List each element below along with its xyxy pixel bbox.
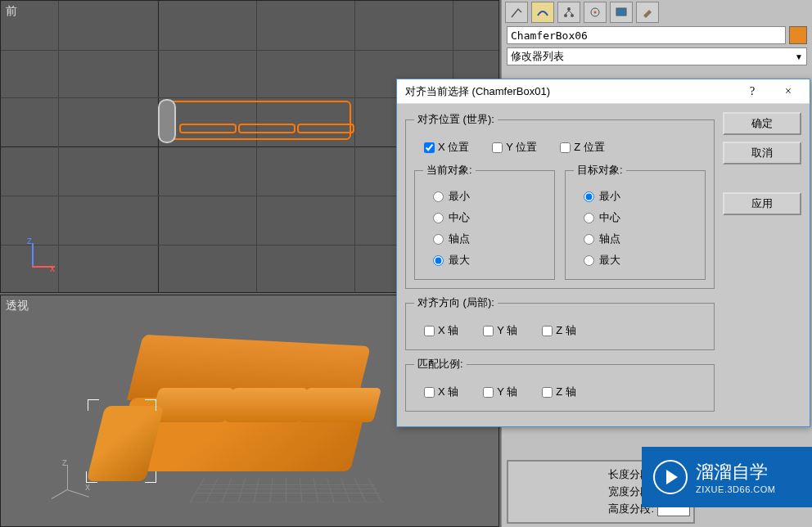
help-button[interactable]: ? (739, 85, 765, 98)
play-icon (653, 460, 688, 494)
couch-cushion (298, 388, 381, 422)
target-center-radio[interactable]: 中心 (584, 210, 693, 225)
selection-bracket (88, 399, 99, 411)
axis-line (52, 489, 68, 499)
object-name-row (507, 26, 807, 44)
match-scale-group: 匹配比例: X 轴 Y 轴 Z 轴 (405, 357, 715, 412)
modifier-list-label: 修改器列表 (511, 49, 564, 64)
create-tab-icon[interactable] (505, 2, 528, 23)
couch-front-outline[interactable] (167, 101, 351, 140)
orient-y-checkbox[interactable]: Y 轴 (483, 323, 517, 338)
ok-button[interactable]: 确定 (723, 112, 801, 135)
align-orientation-group: 对齐方向 (局部): X 轴 Y 轴 Z 轴 (405, 295, 715, 350)
modifier-list-dropdown[interactable]: 修改器列表 ▼ (507, 47, 807, 65)
current-object-legend: 当前对象: (423, 163, 476, 178)
x-pos-check[interactable] (424, 142, 435, 153)
target-object-legend: 目标对象: (574, 163, 626, 178)
axis-gizmo: z x (17, 235, 58, 276)
current-center-radio[interactable]: 中心 (433, 210, 543, 225)
current-pivot-radio[interactable]: 轴点 (433, 232, 543, 246)
armrest-selected[interactable] (158, 99, 176, 143)
grid-line (256, 1, 257, 292)
axis-z-line (32, 243, 34, 266)
target-min-radio[interactable]: 最小 (584, 189, 693, 204)
couch-cushion (224, 388, 308, 422)
scale-z-checkbox[interactable]: Z 轴 (542, 385, 576, 399)
couch-3d[interactable] (122, 340, 376, 488)
target-max-radio[interactable]: 最大 (584, 253, 693, 268)
cushion-outline[interactable] (297, 124, 354, 133)
cushion-outline[interactable] (179, 124, 237, 133)
cancel-button[interactable]: 取消 (723, 142, 801, 164)
y-pos-check[interactable] (492, 142, 503, 153)
viewport-persp-label: 透视 (6, 299, 29, 313)
object-color-swatch[interactable] (789, 26, 807, 44)
align-dialog: 对齐当前选择 (ChamferBox01) ? × 对齐位置 (世界): X 位… (396, 79, 810, 427)
close-button[interactable]: × (775, 85, 801, 98)
align-position-group: 对齐位置 (世界): X 位置 Y 位置 Z 位置 当前对象: 最小 中心 轴点… (405, 112, 715, 289)
axis-x-label: x (50, 263, 55, 274)
svg-point-4 (594, 11, 597, 14)
axis-x-line (32, 266, 55, 268)
align-position-legend: 对齐位置 (世界): (414, 112, 498, 127)
x-position-checkbox[interactable]: X 位置 (424, 140, 469, 155)
selection-bracket (145, 399, 156, 411)
dialog-title: 对齐当前选择 (ChamferBox01) (405, 84, 739, 99)
grid-line (58, 1, 59, 292)
modify-tab-icon[interactable] (531, 2, 554, 23)
axis-x-label: x (85, 481, 90, 493)
z-position-checkbox[interactable]: Z 位置 (560, 140, 605, 155)
viewport-front-label: 前 (6, 4, 17, 19)
couch-cushion (151, 388, 234, 422)
current-object-group: 当前对象: 最小 中心 轴点 最大 (414, 163, 555, 280)
cushion-outline[interactable] (238, 124, 295, 133)
match-scale-legend: 匹配比例: (414, 357, 467, 372)
hierarchy-tab-icon[interactable] (557, 2, 580, 23)
object-name-input[interactable] (507, 26, 786, 44)
grid-line (354, 1, 355, 292)
axis-gizmo-persp: z x (46, 457, 95, 506)
watermark-title: 溜溜自学 (696, 460, 775, 484)
watermark-badge: 溜溜自学 ZIXUE.3D66.COM (642, 447, 812, 507)
axis-line (67, 465, 68, 489)
y-position-checkbox[interactable]: Y 位置 (492, 140, 537, 155)
motion-tab-icon[interactable] (584, 2, 607, 23)
svg-point-1 (564, 14, 567, 17)
dialog-titlebar[interactable]: 对齐当前选择 (ChamferBox01) ? × (397, 79, 810, 104)
panel-tab-bar (502, 0, 812, 25)
display-tab-icon[interactable] (610, 2, 633, 23)
z-pos-check[interactable] (560, 142, 571, 153)
scale-x-checkbox[interactable]: X 轴 (424, 385, 458, 399)
grid-axis-vertical (158, 1, 159, 292)
scale-y-checkbox[interactable]: Y 轴 (483, 385, 517, 399)
svg-point-2 (571, 14, 574, 17)
chevron-down-icon: ▼ (795, 52, 803, 61)
svg-rect-5 (616, 8, 626, 16)
svg-point-0 (567, 7, 571, 11)
selection-bracket (145, 471, 156, 483)
align-orientation-legend: 对齐方向 (局部): (414, 295, 498, 310)
target-pivot-radio[interactable]: 轴点 (584, 232, 693, 246)
target-object-group: 目标对象: 最小 中心 轴点 最大 (565, 163, 706, 280)
orient-x-checkbox[interactable]: X 轴 (424, 323, 458, 338)
current-max-radio[interactable]: 最大 (433, 253, 543, 268)
current-min-radio[interactable]: 最小 (433, 189, 543, 204)
orient-z-checkbox[interactable]: Z 轴 (542, 323, 576, 338)
grid-line (1, 50, 498, 51)
apply-button[interactable]: 应用 (723, 192, 801, 215)
utilities-tab-icon[interactable] (636, 2, 659, 23)
watermark-subtitle: ZIXUE.3D66.COM (696, 484, 775, 494)
